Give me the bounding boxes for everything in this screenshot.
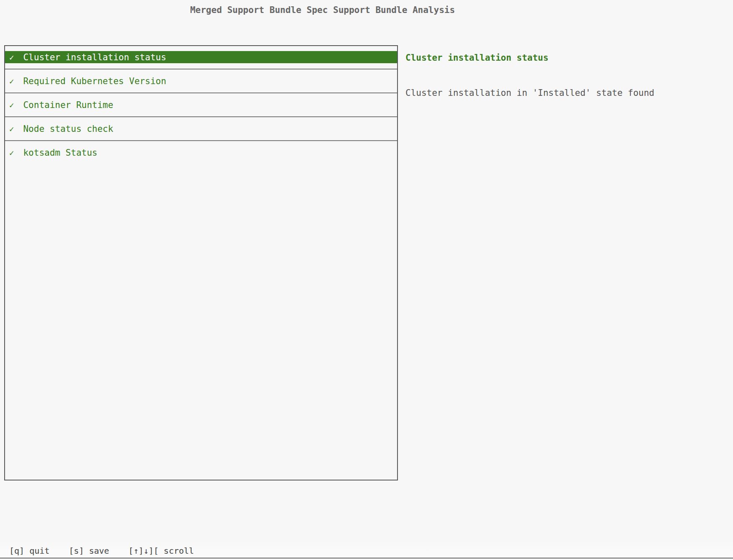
list-separator (5, 63, 397, 75)
analyzer-item-label: Required Kubernetes Version (23, 76, 166, 86)
check-icon: ✓ (9, 77, 14, 86)
shortcut-scroll-label: scroll (164, 546, 194, 556)
analyzer-item-label: Cluster installation status (23, 52, 166, 62)
list-separator (5, 87, 397, 99)
page-title: Merged Support Bundle Spec Support Bundl… (0, 5, 645, 15)
analyzer-list-item-node-status-check[interactable]: ✓Node status check (5, 123, 397, 135)
analyzer-item-label: Node status check (23, 124, 113, 134)
analyzer-list-item-cluster-installation-status[interactable]: ✓Cluster installation status (5, 51, 397, 63)
analyzer-list-item-kotsadm-status[interactable]: ✓kotsadm Status (5, 146, 397, 159)
shortcut-quit-key: [q] (9, 546, 24, 556)
analyzer-list-panel: ✓Cluster installation status ✓Required K… (4, 45, 398, 480)
list-separator (5, 135, 397, 146)
shortcut-quit-label: quit (29, 546, 49, 556)
shortcut-save-key: [s] (69, 546, 84, 556)
window-bottom-edge (0, 557, 733, 559)
shortcut-quit: [q]quit (9, 546, 49, 556)
shortcut-save: [s]save (69, 546, 109, 556)
shortcut-scroll: [↑]↓][scroll (129, 546, 194, 556)
shortcut-save-label: save (89, 546, 109, 556)
check-icon: ✓ (9, 124, 14, 134)
check-icon: ✓ (9, 148, 14, 157)
detail-title: Cluster installation status (405, 53, 548, 63)
detail-message: Cluster installation in 'Installed' stat… (405, 88, 654, 98)
check-icon: ✓ (9, 53, 14, 62)
check-icon: ✓ (9, 100, 14, 110)
analyzer-item-label: Container Runtime (23, 100, 113, 110)
analyzer-list: ✓Cluster installation status ✓Required K… (5, 51, 397, 159)
shortcut-scroll-key: [↑]↓][ (129, 546, 159, 556)
analyzer-item-label: kotsadm Status (23, 148, 97, 158)
analyzer-list-item-required-kubernetes-version[interactable]: ✓Required Kubernetes Version (5, 75, 397, 87)
list-separator (5, 111, 397, 123)
analyzer-list-item-container-runtime[interactable]: ✓Container Runtime (5, 99, 397, 111)
